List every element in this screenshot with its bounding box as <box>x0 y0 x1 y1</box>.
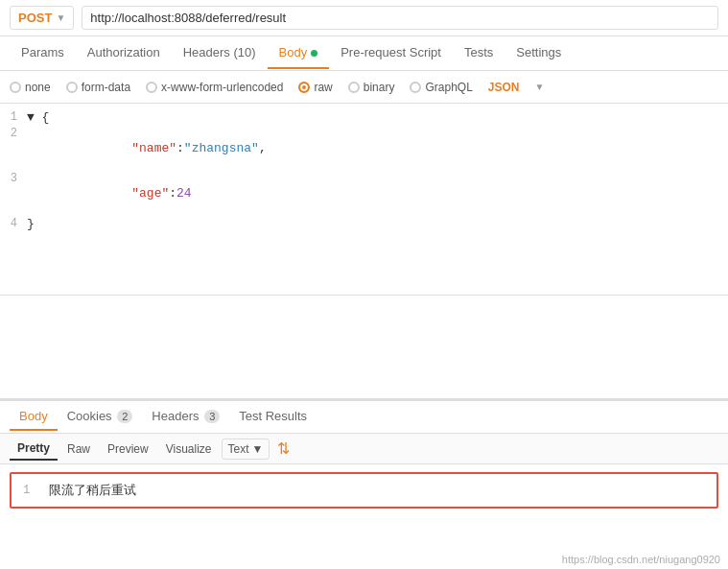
line-content-1: ▼ { <box>27 110 728 125</box>
json-dropdown-arrow[interactable]: ▼ <box>535 82 545 92</box>
response-result-box: 1 限流了稍后重试 <box>10 472 718 509</box>
radio-form-data <box>66 82 78 93</box>
option-form-data[interactable]: form-data <box>66 81 130 94</box>
cookies-badge: 2 <box>117 410 132 423</box>
tab-params[interactable]: Params <box>10 37 76 69</box>
resp-sub-tab-preview[interactable]: Preview <box>100 439 156 460</box>
tab-headers[interactable]: Headers (10) <box>172 37 268 69</box>
code-editor[interactable]: 1 ▼ { 2 "name":"zhangsna", 3 "age":24 4 … <box>0 104 728 296</box>
response-panel: Body Cookies 2 Headers 3 Test Results Pr… <box>0 401 728 569</box>
tab-body[interactable]: Body <box>268 37 330 69</box>
line-content-4: } <box>27 217 728 231</box>
option-raw[interactable]: raw <box>298 81 332 94</box>
resp-sub-tab-raw[interactable]: Raw <box>59 439 98 460</box>
response-text: 限流了稍后重试 <box>49 482 136 499</box>
method-select[interactable]: POST ▼ <box>10 6 74 30</box>
radio-raw <box>298 82 310 93</box>
editor-empty-space <box>0 296 728 398</box>
app-container: POST ▼ Params Authorization Headers (10)… <box>0 0 728 569</box>
response-tabs: Body Cookies 2 Headers 3 Test Results <box>0 401 728 434</box>
json-format-label[interactable]: JSON <box>488 81 520 94</box>
response-sub-tabs: Pretty Raw Preview Visualize Text ▼ ⇅ <box>0 434 728 464</box>
radio-graphql <box>410 82 421 93</box>
line-num-3: 3 <box>0 172 27 185</box>
radio-none <box>10 82 21 93</box>
method-chevron: ▼ <box>56 12 65 23</box>
line-num-1: 1 <box>0 110 27 124</box>
code-line-4: 4 } <box>0 216 728 232</box>
tab-pre-request[interactable]: Pre-request Script <box>329 37 453 69</box>
radio-x-www <box>146 82 157 93</box>
option-none[interactable]: none <box>10 81 51 94</box>
request-panel: Params Authorization Headers (10) Body P… <box>0 36 728 401</box>
option-graphql[interactable]: GraphQL <box>410 81 472 94</box>
line-content-3: "age":24 <box>27 172 728 215</box>
text-format-dropdown[interactable]: Text ▼ <box>222 439 270 460</box>
resp-tab-body[interactable]: Body <box>10 403 58 431</box>
resp-tab-headers[interactable]: Headers 3 <box>142 403 229 431</box>
watermark: https://blog.csdn.net/niugang0920 <box>562 554 720 565</box>
option-binary[interactable]: binary <box>348 81 395 94</box>
response-line-num: 1 <box>23 484 30 497</box>
code-line-1: 1 ▼ { <box>0 109 728 126</box>
radio-binary <box>348 82 360 93</box>
resp-sub-tab-pretty[interactable]: Pretty <box>10 438 58 461</box>
url-bar: POST ▼ <box>0 0 728 36</box>
body-options: none form-data x-www-form-urlencoded raw… <box>0 71 728 104</box>
method-label: POST <box>18 11 52 25</box>
line-num-4: 4 <box>0 217 27 230</box>
option-x-www[interactable]: x-www-form-urlencoded <box>146 81 283 94</box>
url-input[interactable] <box>82 6 718 30</box>
line-num-2: 2 <box>0 127 27 140</box>
wrap-icon[interactable]: ⇅ <box>277 439 290 458</box>
code-line-2: 2 "name":"zhangsna", <box>0 126 728 171</box>
tab-tests[interactable]: Tests <box>453 37 505 69</box>
line-content-2: "name":"zhangsna", <box>27 127 728 170</box>
resp-tab-cookies[interactable]: Cookies 2 <box>58 403 143 431</box>
body-dot <box>311 50 317 57</box>
headers-badge: 3 <box>204 410 220 423</box>
request-tabs: Params Authorization Headers (10) Body P… <box>0 36 728 71</box>
tab-settings[interactable]: Settings <box>505 37 573 69</box>
tab-authorization[interactable]: Authorization <box>76 37 172 69</box>
resp-tab-test-results[interactable]: Test Results <box>229 403 317 431</box>
resp-sub-tab-visualize[interactable]: Visualize <box>158 439 220 460</box>
code-line-3: 3 "age":24 <box>0 171 728 216</box>
